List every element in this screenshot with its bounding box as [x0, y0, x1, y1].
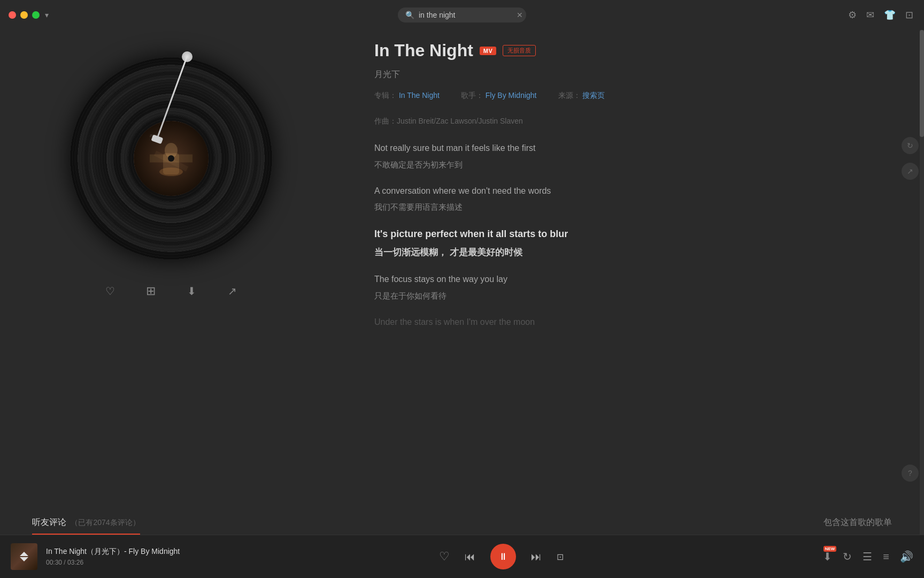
rotate-icon: ↻ [907, 141, 913, 150]
main-content: IN N. ♡ ⊞ ⬇ ↗ [0, 30, 924, 535]
playlist-icon: ☰ [863, 550, 872, 563]
left-panel: IN N. ♡ ⊞ ⬇ ↗ [0, 30, 342, 535]
search-input[interactable] [419, 11, 512, 19]
download-new-button[interactable]: ⬇ NEW [823, 550, 832, 563]
action-buttons: ♡ ⊞ ⬇ ↗ [101, 282, 242, 301]
chevron-down-icon[interactable]: ▾ [45, 11, 49, 19]
player-share-button[interactable]: ⊡ [557, 552, 564, 562]
lyric-block-5: Under the stars is when I'm over the moo… [374, 315, 903, 329]
scrollbar-track[interactable] [920, 30, 924, 535]
next-button[interactable]: ⏭ [531, 551, 542, 563]
share-icon: ↗ [228, 285, 237, 298]
window-controls [9, 11, 40, 19]
search-icon: 🔍 [405, 11, 414, 19]
arrow-down-icon [20, 557, 28, 561]
lyric-en-4: The focus stays on the way you lay [374, 272, 903, 286]
song-meta: 专辑： In The Night 歌手： Fly By Midnight 来源：… [374, 91, 903, 101]
vinyl-area: IN N. [70, 57, 273, 260]
lyric-zh-4: 只是在于你如何看待 [374, 290, 903, 302]
lyrics-toggle-button[interactable]: ≡ [883, 551, 889, 563]
album-link[interactable]: In The Night [399, 91, 440, 100]
volume-button[interactable]: 🔊 [900, 550, 913, 563]
source-label: 来源： [558, 91, 581, 100]
download-icon: ⬇ [187, 285, 196, 298]
minimize-button[interactable] [20, 11, 28, 19]
prev-icon: ⏮ [465, 551, 475, 563]
bottom-tabs: 听友评论 （已有2074条评论） 包含这首歌的歌单 [0, 508, 924, 535]
song-title-row: In The Night MV 无损音质 [374, 41, 903, 60]
scrollbar-thumb[interactable] [920, 30, 924, 137]
player-bar: In The Night（月光下）- Fly By Midnight 00:30… [0, 535, 924, 578]
artist-label: 歌手： [461, 91, 483, 100]
titlebar-icons: ⚙ ✉ 👕 ⊡ [848, 9, 913, 21]
song-title: In The Night [374, 41, 473, 60]
song-subtitle: 月光下 [374, 69, 903, 80]
titlebar: ▾ 🔍 ✕ ⚙ ✉ 👕 ⊡ [0, 0, 924, 30]
question-icon: ? [908, 469, 912, 477]
tab-comments-count: （已有2074条评论） [71, 518, 140, 527]
add-icon: ⊞ [146, 284, 156, 298]
side-icon-2[interactable]: ↗ [902, 163, 919, 180]
window-icon[interactable]: ⊡ [905, 9, 913, 21]
lyric-zh-1: 不敢确定是否为初来乍到 [374, 158, 903, 171]
album-info: 专辑： In The Night [374, 91, 440, 101]
share-button[interactable]: ↗ [222, 282, 242, 301]
repeat-icon: ↻ [843, 550, 852, 563]
new-badge: NEW [823, 546, 837, 552]
lyric-zh-2: 我们不需要用语言来描述 [374, 201, 903, 214]
lyric-en-3: It's picture perfect when it all starts … [374, 226, 903, 242]
lyrics-icon: ≡ [883, 551, 889, 563]
player-time: 00:30 / 03:26 [46, 559, 180, 566]
player-song-title: In The Night（月光下）- Fly By Midnight [46, 547, 180, 557]
shop-icon[interactable]: 👕 [884, 9, 896, 21]
mail-icon[interactable]: ✉ [866, 9, 874, 21]
share-side-icon: ↗ [907, 167, 913, 176]
tab-comments[interactable]: 听友评论 （已有2074条评论） [32, 517, 140, 535]
repeat-button[interactable]: ↻ [843, 550, 852, 563]
next-icon: ⏭ [531, 551, 542, 563]
mv-badge[interactable]: MV [480, 47, 497, 55]
artist-info: 歌手： Fly By Midnight [461, 91, 537, 101]
lyric-block-2: A conversation where we don't need the w… [374, 184, 903, 214]
player-controls: ♡ ⏮ ⏸ ⏭ ⊡ [188, 544, 814, 569]
lyric-block-1: Not really sure but man it feels like th… [374, 141, 903, 171]
download-button[interactable]: ⬇ [182, 282, 201, 301]
album-label: 专辑： [374, 91, 397, 100]
lyric-en-5: Under the stars is when I'm over the moo… [374, 315, 903, 329]
close-button[interactable] [9, 11, 16, 19]
prev-button[interactable]: ⏮ [465, 551, 475, 563]
like-button[interactable]: ♡ [101, 282, 120, 301]
arrow-up-icon [20, 552, 28, 556]
heart-icon: ♡ [105, 285, 115, 298]
tab-playlists[interactable]: 包含这首歌的歌单 [823, 517, 892, 528]
download-new-icon: ⬇ [823, 550, 832, 563]
tab-comments-label: 听友评论 [32, 518, 66, 527]
play-pause-button[interactable]: ⏸ [490, 544, 516, 569]
tab-playlists-label: 包含这首歌的歌单 [823, 518, 892, 527]
player-heart-button[interactable]: ♡ [439, 550, 450, 564]
lyric-block-3: It's picture perfect when it all starts … [374, 226, 903, 260]
lyric-zh-3: 当一切渐远模糊， 才是最美好的时候 [374, 245, 903, 260]
search-clear-button[interactable]: ✕ [517, 11, 523, 19]
settings-icon[interactable]: ⚙ [848, 9, 857, 21]
artist-link[interactable]: Fly By Midnight [486, 91, 537, 100]
playlist-button[interactable]: ☰ [863, 550, 872, 563]
maximize-button[interactable] [32, 11, 40, 19]
side-icons: ↻ ↗ [902, 137, 919, 180]
player-arrows [20, 552, 28, 561]
hq-badge[interactable]: 无损音质 [503, 45, 536, 56]
composer-info: 作曲：Justin Breit/Zac Lawson/Justin Slaven [374, 117, 903, 126]
lyrics-container: 作曲：Justin Breit/Zac Lawson/Justin Slaven… [374, 117, 903, 329]
player-info: In The Night（月光下）- Fly By Midnight 00:30… [46, 547, 180, 566]
volume-icon: 🔊 [900, 550, 913, 563]
player-right-controls: ⬇ NEW ↻ ☰ ≡ 🔊 [823, 550, 913, 563]
lyric-en-1: Not really sure but man it feels like th… [374, 141, 903, 155]
search-bar[interactable]: 🔍 ✕ [398, 7, 526, 22]
pause-icon: ⏸ [498, 551, 508, 562]
help-icon[interactable]: ? [902, 465, 919, 482]
side-icon-1[interactable]: ↻ [902, 137, 919, 154]
add-button[interactable]: ⊞ [141, 282, 160, 301]
source-link[interactable]: 搜索页 [582, 91, 605, 100]
lyric-block-4: The focus stays on the way you lay 只是在于你… [374, 272, 903, 302]
right-panel: In The Night MV 无损音质 月光下 专辑： In The Nigh… [342, 30, 924, 535]
